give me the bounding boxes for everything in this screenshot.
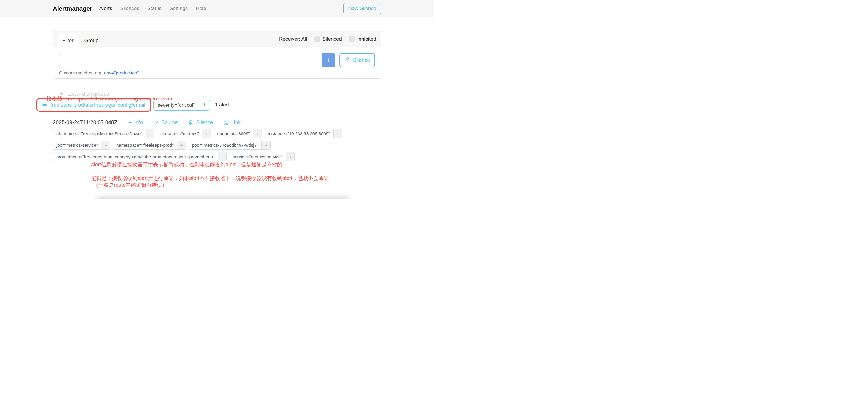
top-navbar: Alertmanager Alerts Silences Status Sett… (0, 0, 434, 18)
group-matcher-add-button[interactable]: + (199, 100, 210, 110)
matcher-help-text: Custom matcher, e.g. env="production" (59, 70, 375, 75)
filter-header-controls: Receiver: All Silenced Inhibited (279, 36, 376, 42)
alert-header-row: 2025-09-24T11:20:07.048Z + Info Source (53, 119, 241, 126)
alert-action-info[interactable]: + Info (128, 119, 143, 126)
label-tag-container: container="metrics" + (157, 129, 211, 138)
source-action-label: Source (161, 119, 178, 126)
nav-item-silences[interactable]: Silences (120, 6, 139, 11)
label-tag-endpoint: endpoint="8009" + (214, 129, 262, 138)
tab-filter[interactable]: Filter (57, 34, 79, 47)
tag-add-button[interactable]: + (101, 141, 110, 149)
alert-timestamp: 2025-09-24T11:20:07.048Z (53, 119, 117, 126)
tag-text: instance="10.233.98.209:8009" (265, 129, 334, 138)
bell-slash-icon (344, 57, 350, 64)
silence-filter-button[interactable]: Silence (339, 53, 375, 67)
matcher-example-link[interactable]: env="production" (104, 70, 139, 75)
annotation-line1: alert信息必须在接收器下才表示配置成功，否则即使能看到alert，但是通知是… (91, 161, 282, 168)
tag-text: container="metrics" (157, 129, 202, 138)
label-tag-instance: instance="10.233.98.209:8009" + (265, 129, 343, 138)
tag-add-button[interactable]: + (261, 141, 270, 149)
alert-action-link[interactable]: Link (223, 119, 241, 126)
nav-links: Alerts Silences Status Settings Help (99, 6, 206, 11)
label-tag-service: service="metrics-service" + (229, 152, 295, 161)
collapse-minus-icon[interactable] (42, 104, 47, 105)
filter-panel: Filter Group Receiver: All Silenced Inhi… (53, 31, 381, 79)
annotation-highlight-box: freeleaps-prod/alertmanager-config/email (36, 98, 151, 112)
tag-add-button[interactable]: + (146, 129, 154, 138)
label-tag-alertname: alertname="FreeleapsMetricsServiceDown" … (53, 129, 154, 138)
annotation-line2: 逻辑是：接收器收到alert后进行通知，如果alert不在接收器下，说明接收器没… (91, 175, 329, 182)
filter-panel-header: Filter Group Receiver: All Silenced Inhi… (53, 31, 381, 47)
nav-item-help[interactable]: Help (196, 6, 206, 11)
annotation-line3: （一般是route中的逻辑有错误） (93, 181, 167, 188)
info-action-label: Info (134, 119, 143, 126)
navbar-inner: Alertmanager Alerts Silences Status Sett… (53, 0, 381, 17)
tag-add-button[interactable]: + (333, 129, 342, 138)
filter-panel-body: + Silence Custom matcher, e.g. env="prod… (53, 47, 381, 78)
inhibited-toggle[interactable]: Inhibited (349, 36, 376, 42)
group-matcher-chip: severity="critical" + (153, 100, 210, 111)
silence-filter-label: Silence (353, 57, 370, 63)
plus-icon: + (128, 120, 132, 126)
label-tag-namespace: namespace="freeleaps-prod" + (113, 141, 186, 150)
nav-item-status[interactable]: Status (147, 6, 161, 11)
alertmanager-page: Alertmanager Alerts Silences Status Sett… (0, 0, 434, 200)
chart-icon (153, 120, 159, 126)
link-icon (223, 120, 229, 125)
label-tag-job: job="metrics-service" + (53, 141, 110, 150)
matcher-help-prefix: Custom matcher, e.g. (59, 70, 102, 75)
tag-text: job="metrics-service" (53, 141, 101, 149)
alert-count: 1 alert (215, 102, 229, 108)
tag-text: namespace="freeleaps-prod" (113, 141, 177, 149)
silenced-checkbox[interactable] (314, 36, 320, 42)
silence-action-label: Silence (196, 119, 213, 126)
group-matcher-label[interactable]: severity="critical" (154, 100, 199, 110)
alert-action-source[interactable]: Source (153, 119, 178, 126)
alert-label-tags: alertname="FreeleapsMetricsServiceDown" … (53, 129, 361, 161)
label-tag-pod: pod="metrics-77d9cdb497-wdsj7" + (189, 141, 271, 150)
silenced-label: Silenced (322, 36, 342, 42)
window-bottom-shadow (96, 197, 350, 200)
nav-item-settings[interactable]: Settings (169, 6, 188, 11)
inhibited-checkbox[interactable] (349, 36, 354, 42)
tag-text: endpoint="8009" (214, 129, 253, 138)
tag-text: prometheus="freeleaps-monitoring-system/… (53, 152, 218, 161)
receiver-filter-label[interactable]: Receiver: All (279, 36, 307, 42)
tag-text: alertname="FreeleapsMetricsServiceDown" (53, 129, 146, 138)
tag-add-button[interactable]: + (286, 152, 295, 161)
link-action-label: Link (231, 119, 241, 126)
tag-add-button[interactable]: + (177, 141, 186, 149)
tag-add-button[interactable]: + (218, 152, 226, 161)
label-tag-prometheus: prometheus="freeleaps-monitoring-system/… (53, 152, 227, 161)
receiver-group-row: freeleaps-prod/alertmanager-config/email… (36, 98, 229, 112)
nav-item-alerts[interactable]: Alerts (99, 6, 112, 11)
alert-groups-section: + Expand all groups 接收器:namespace/alterm… (53, 79, 381, 195)
receiver-group-link[interactable]: freeleaps-prod/alertmanager-config/email (51, 102, 145, 108)
new-silence-button[interactable]: New Silence (343, 3, 381, 14)
inhibited-label: Inhibited (357, 36, 376, 42)
tag-text: service="metrics-service" (229, 152, 286, 161)
tag-add-button[interactable]: + (253, 129, 262, 138)
tag-add-button[interactable]: + (202, 129, 211, 138)
tab-group[interactable]: Group (79, 34, 104, 47)
matcher-input-group: + Silence (59, 53, 375, 67)
app-brand[interactable]: Alertmanager (53, 5, 92, 12)
alert-action-silence[interactable]: Silence (188, 119, 213, 126)
matcher-input[interactable] (59, 53, 322, 67)
bell-slash-icon (188, 120, 193, 126)
tag-text: pod="metrics-77d9cdb497-wdsj7" (189, 141, 262, 149)
add-matcher-button[interactable]: + (322, 53, 335, 67)
silenced-toggle[interactable]: Silenced (314, 36, 342, 42)
